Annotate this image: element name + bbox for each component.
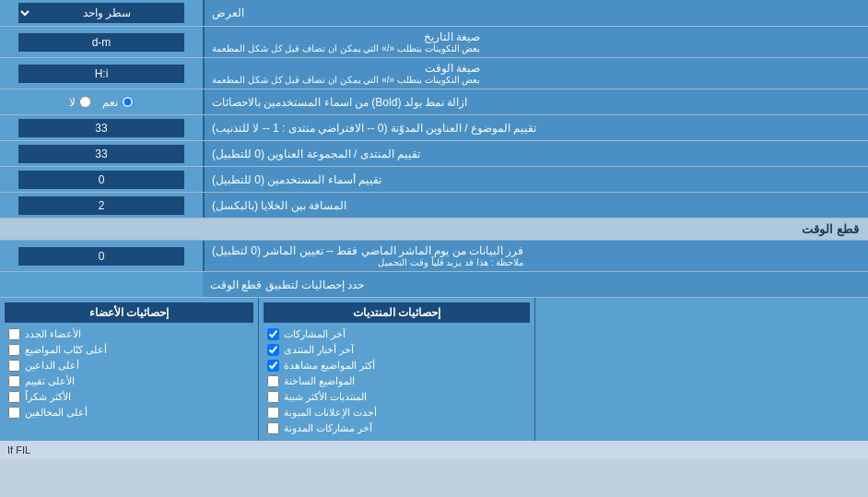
checkbox-member-6[interactable] [8, 407, 20, 419]
display-mode-control[interactable]: سطر واحد [0, 0, 203, 26]
cell-distance-control[interactable] [0, 193, 203, 218]
bold-no-label[interactable]: لا [69, 96, 91, 109]
time-format-input[interactable] [18, 65, 184, 83]
topic-order-label: تقييم الموضوع / العناوين المدوّنة (0 -- … [203, 115, 868, 140]
post-stats-header: إحصائيات المنتديات [264, 302, 530, 323]
cutoff-label: فرز البيانات من يوم الماشر الماضي فقط --… [203, 241, 868, 271]
limit-row: حدد إحصاليات لتطبيق قطع الوقت [0, 272, 868, 298]
check-member-4: الأعلى تقييم [5, 373, 253, 389]
check-member-5: الأكثر شكراً [5, 389, 253, 405]
bold-yes-label[interactable]: نعم [102, 96, 134, 109]
date-format-control[interactable] [0, 27, 203, 57]
limit-control [0, 272, 203, 297]
users-order-input[interactable] [18, 171, 184, 189]
check-member-6: أعلى المخالفين [5, 405, 253, 420]
checkbox-member-3[interactable] [8, 360, 20, 372]
check-post-3: أكثر المواضيع مشاهدة [264, 358, 530, 373]
users-order-label: تقييم أسماء المستخدمين (0 للتطبيل) [203, 167, 868, 192]
cell-distance-label: المسافة بين الخلايا (بالبكسل) [203, 193, 868, 218]
forum-order-row: تقييم المنتدى / المجموعة العناوين (0 للت… [0, 141, 868, 167]
bold-remove-row: ازالة نمط بولد (Bold) من اسماء المستخدمي… [0, 89, 868, 115]
bold-remove-control: نعم لا [0, 89, 203, 114]
time-format-row: صيغة الوقت بعض التكوينات يتطلب «/» التي … [0, 58, 868, 89]
checkbox-post-1[interactable] [267, 328, 279, 340]
checkbox-member-4[interactable] [8, 375, 20, 387]
check-member-1: الأعضاء الجدد [5, 326, 253, 342]
display-mode-select[interactable]: سطر واحد [18, 3, 184, 23]
check-member-3: أعلى الداعين [5, 358, 253, 373]
time-format-control[interactable] [0, 58, 203, 89]
checkbox-post-2[interactable] [267, 344, 279, 356]
forum-order-input[interactable] [18, 145, 184, 163]
users-order-row: تقييم أسماء المستخدمين (0 للتطبيل) [0, 167, 868, 193]
cell-distance-row: المسافة بين الخلايا (بالبكسل) [0, 193, 868, 219]
bold-yes-radio[interactable] [122, 96, 134, 108]
bottom-stats-section: إحصائيات المنتديات آخر المشاركات آخر أخب… [0, 298, 868, 441]
check-post-4: المواضيع الساخنة [264, 373, 530, 389]
topic-order-row: تقييم الموضوع / العناوين المدوّنة (0 -- … [0, 115, 868, 141]
forum-order-label: تقييم المنتدى / المجموعة العناوين (0 للت… [203, 141, 868, 166]
date-format-input[interactable] [18, 33, 184, 52]
bold-remove-label: ازالة نمط بولد (Bold) من اسماء المستخدمي… [203, 89, 868, 114]
checkbox-post-4[interactable] [267, 375, 279, 387]
main-container: العرض سطر واحد صيغة التاريخ بعض التكوينا… [0, 0, 868, 459]
topic-order-control[interactable] [0, 115, 203, 140]
bold-no-radio[interactable] [79, 96, 91, 108]
check-post-2: آخر أخبار المنتدى [264, 342, 530, 358]
cell-distance-input[interactable] [18, 196, 184, 215]
check-post-7: آخر مشاركات المدونة [264, 420, 530, 436]
member-stats-col: إحصائيات الأعضاء الأعضاء الجدد أعلى كتّا… [0, 298, 258, 441]
checkbox-member-2[interactable] [8, 344, 20, 356]
checkbox-post-6[interactable] [267, 407, 279, 419]
limit-label: حدد إحصاليات لتطبيق قطع الوقت [203, 272, 868, 297]
checkbox-member-5[interactable] [8, 391, 20, 403]
date-format-label: صيغة التاريخ بعض التكوينات يتطلب «/» الت… [203, 27, 868, 57]
display-mode-row: العرض سطر واحد [0, 0, 868, 27]
cutoff-control[interactable] [0, 241, 203, 271]
check-post-1: آخر المشاركات [264, 326, 530, 342]
footer: If FIL [0, 441, 868, 459]
member-stats-header: إحصائيات الأعضاء [5, 302, 253, 323]
check-member-2: أعلى كتّاب المواضيع [5, 342, 253, 358]
cutoff-input[interactable] [18, 247, 184, 266]
checkbox-post-7[interactable] [267, 422, 279, 434]
check-post-6: أحدث الإعلانات المبوبة [264, 405, 530, 420]
time-format-label: صيغة الوقت بعض التكوينات يتطلب «/» التي … [203, 58, 868, 89]
checkbox-post-3[interactable] [267, 360, 279, 372]
empty-left [534, 298, 868, 441]
display-mode-label: العرض [203, 0, 868, 26]
cutoff-section-header: قطع الوقت [0, 219, 868, 241]
topic-order-input[interactable] [18, 119, 184, 137]
check-post-5: المنتديات الأكثر شبية [264, 389, 530, 405]
cutoff-row: فرز البيانات من يوم الماشر الماضي فقط --… [0, 241, 868, 272]
date-format-row: صيغة التاريخ بعض التكوينات يتطلب «/» الت… [0, 27, 868, 58]
users-order-control[interactable] [0, 167, 203, 192]
post-stats-col: إحصائيات المنتديات آخر المشاركات آخر أخب… [258, 298, 534, 441]
checkbox-post-5[interactable] [267, 391, 279, 403]
forum-order-control[interactable] [0, 141, 203, 166]
checkbox-member-1[interactable] [8, 328, 20, 340]
